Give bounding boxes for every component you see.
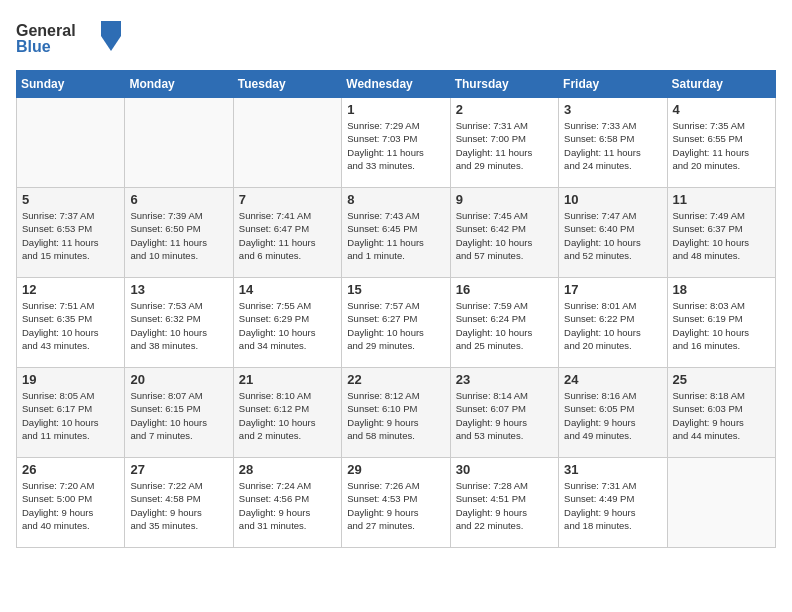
calendar-header: SundayMondayTuesdayWednesdayThursdayFrid…	[17, 71, 776, 98]
day-info: Sunrise: 7:29 AM Sunset: 7:03 PM Dayligh…	[347, 119, 444, 172]
day-number: 8	[347, 192, 444, 207]
calendar-cell: 29Sunrise: 7:26 AM Sunset: 4:53 PM Dayli…	[342, 458, 450, 548]
day-number: 20	[130, 372, 227, 387]
calendar-cell	[17, 98, 125, 188]
calendar-cell	[233, 98, 341, 188]
day-number: 24	[564, 372, 661, 387]
svg-marker-2	[101, 36, 121, 51]
day-info: Sunrise: 8:14 AM Sunset: 6:07 PM Dayligh…	[456, 389, 553, 442]
day-number: 7	[239, 192, 336, 207]
day-number: 25	[673, 372, 770, 387]
calendar-cell: 27Sunrise: 7:22 AM Sunset: 4:58 PM Dayli…	[125, 458, 233, 548]
day-info: Sunrise: 8:16 AM Sunset: 6:05 PM Dayligh…	[564, 389, 661, 442]
calendar-cell: 23Sunrise: 8:14 AM Sunset: 6:07 PM Dayli…	[450, 368, 558, 458]
day-info: Sunrise: 7:37 AM Sunset: 6:53 PM Dayligh…	[22, 209, 119, 262]
day-info: Sunrise: 7:57 AM Sunset: 6:27 PM Dayligh…	[347, 299, 444, 352]
day-info: Sunrise: 7:55 AM Sunset: 6:29 PM Dayligh…	[239, 299, 336, 352]
day-number: 11	[673, 192, 770, 207]
calendar-cell: 6Sunrise: 7:39 AM Sunset: 6:50 PM Daylig…	[125, 188, 233, 278]
day-number: 9	[456, 192, 553, 207]
day-number: 1	[347, 102, 444, 117]
day-number: 16	[456, 282, 553, 297]
day-info: Sunrise: 7:33 AM Sunset: 6:58 PM Dayligh…	[564, 119, 661, 172]
day-info: Sunrise: 7:53 AM Sunset: 6:32 PM Dayligh…	[130, 299, 227, 352]
day-number: 10	[564, 192, 661, 207]
calendar-cell: 11Sunrise: 7:49 AM Sunset: 6:37 PM Dayli…	[667, 188, 775, 278]
day-number: 22	[347, 372, 444, 387]
calendar-cell: 12Sunrise: 7:51 AM Sunset: 6:35 PM Dayli…	[17, 278, 125, 368]
day-number: 30	[456, 462, 553, 477]
calendar-cell: 20Sunrise: 8:07 AM Sunset: 6:15 PM Dayli…	[125, 368, 233, 458]
calendar-cell	[125, 98, 233, 188]
calendar-table: SundayMondayTuesdayWednesdayThursdayFrid…	[16, 70, 776, 548]
day-info: Sunrise: 7:20 AM Sunset: 5:00 PM Dayligh…	[22, 479, 119, 532]
day-info: Sunrise: 7:49 AM Sunset: 6:37 PM Dayligh…	[673, 209, 770, 262]
weekday-header: Monday	[125, 71, 233, 98]
svg-text:Blue: Blue	[16, 38, 51, 55]
day-number: 15	[347, 282, 444, 297]
day-number: 29	[347, 462, 444, 477]
day-info: Sunrise: 7:51 AM Sunset: 6:35 PM Dayligh…	[22, 299, 119, 352]
day-info: Sunrise: 8:05 AM Sunset: 6:17 PM Dayligh…	[22, 389, 119, 442]
day-info: Sunrise: 7:28 AM Sunset: 4:51 PM Dayligh…	[456, 479, 553, 532]
calendar-cell: 26Sunrise: 7:20 AM Sunset: 5:00 PM Dayli…	[17, 458, 125, 548]
svg-marker-1	[101, 21, 121, 36]
calendar-cell	[667, 458, 775, 548]
day-number: 26	[22, 462, 119, 477]
day-number: 31	[564, 462, 661, 477]
calendar-cell: 18Sunrise: 8:03 AM Sunset: 6:19 PM Dayli…	[667, 278, 775, 368]
calendar-cell: 25Sunrise: 8:18 AM Sunset: 6:03 PM Dayli…	[667, 368, 775, 458]
calendar-cell: 19Sunrise: 8:05 AM Sunset: 6:17 PM Dayli…	[17, 368, 125, 458]
day-info: Sunrise: 8:18 AM Sunset: 6:03 PM Dayligh…	[673, 389, 770, 442]
calendar-cell: 3Sunrise: 7:33 AM Sunset: 6:58 PM Daylig…	[559, 98, 667, 188]
day-number: 3	[564, 102, 661, 117]
calendar-cell: 2Sunrise: 7:31 AM Sunset: 7:00 PM Daylig…	[450, 98, 558, 188]
day-info: Sunrise: 8:01 AM Sunset: 6:22 PM Dayligh…	[564, 299, 661, 352]
day-info: Sunrise: 8:03 AM Sunset: 6:19 PM Dayligh…	[673, 299, 770, 352]
calendar-cell: 28Sunrise: 7:24 AM Sunset: 4:56 PM Dayli…	[233, 458, 341, 548]
day-number: 21	[239, 372, 336, 387]
weekday-header: Sunday	[17, 71, 125, 98]
calendar-cell: 30Sunrise: 7:28 AM Sunset: 4:51 PM Dayli…	[450, 458, 558, 548]
calendar-cell: 16Sunrise: 7:59 AM Sunset: 6:24 PM Dayli…	[450, 278, 558, 368]
day-number: 6	[130, 192, 227, 207]
day-number: 19	[22, 372, 119, 387]
page-header: General Blue	[16, 16, 776, 60]
day-info: Sunrise: 7:45 AM Sunset: 6:42 PM Dayligh…	[456, 209, 553, 262]
weekday-header: Tuesday	[233, 71, 341, 98]
calendar-cell: 14Sunrise: 7:55 AM Sunset: 6:29 PM Dayli…	[233, 278, 341, 368]
svg-text:General: General	[16, 22, 76, 39]
day-info: Sunrise: 7:22 AM Sunset: 4:58 PM Dayligh…	[130, 479, 227, 532]
day-info: Sunrise: 7:39 AM Sunset: 6:50 PM Dayligh…	[130, 209, 227, 262]
day-info: Sunrise: 8:07 AM Sunset: 6:15 PM Dayligh…	[130, 389, 227, 442]
calendar-cell: 1Sunrise: 7:29 AM Sunset: 7:03 PM Daylig…	[342, 98, 450, 188]
calendar-cell: 17Sunrise: 8:01 AM Sunset: 6:22 PM Dayli…	[559, 278, 667, 368]
calendar-cell: 13Sunrise: 7:53 AM Sunset: 6:32 PM Dayli…	[125, 278, 233, 368]
day-number: 27	[130, 462, 227, 477]
calendar-cell: 10Sunrise: 7:47 AM Sunset: 6:40 PM Dayli…	[559, 188, 667, 278]
day-number: 28	[239, 462, 336, 477]
day-number: 12	[22, 282, 119, 297]
day-info: Sunrise: 7:31 AM Sunset: 7:00 PM Dayligh…	[456, 119, 553, 172]
weekday-header: Saturday	[667, 71, 775, 98]
day-info: Sunrise: 7:31 AM Sunset: 4:49 PM Dayligh…	[564, 479, 661, 532]
calendar-cell: 22Sunrise: 8:12 AM Sunset: 6:10 PM Dayli…	[342, 368, 450, 458]
weekday-header: Wednesday	[342, 71, 450, 98]
day-number: 13	[130, 282, 227, 297]
day-info: Sunrise: 7:41 AM Sunset: 6:47 PM Dayligh…	[239, 209, 336, 262]
calendar-cell: 31Sunrise: 7:31 AM Sunset: 4:49 PM Dayli…	[559, 458, 667, 548]
day-info: Sunrise: 7:35 AM Sunset: 6:55 PM Dayligh…	[673, 119, 770, 172]
calendar-cell: 21Sunrise: 8:10 AM Sunset: 6:12 PM Dayli…	[233, 368, 341, 458]
day-info: Sunrise: 8:10 AM Sunset: 6:12 PM Dayligh…	[239, 389, 336, 442]
calendar-cell: 24Sunrise: 8:16 AM Sunset: 6:05 PM Dayli…	[559, 368, 667, 458]
calendar-cell: 4Sunrise: 7:35 AM Sunset: 6:55 PM Daylig…	[667, 98, 775, 188]
day-number: 23	[456, 372, 553, 387]
calendar-cell: 7Sunrise: 7:41 AM Sunset: 6:47 PM Daylig…	[233, 188, 341, 278]
calendar-cell: 9Sunrise: 7:45 AM Sunset: 6:42 PM Daylig…	[450, 188, 558, 278]
day-number: 5	[22, 192, 119, 207]
day-info: Sunrise: 7:47 AM Sunset: 6:40 PM Dayligh…	[564, 209, 661, 262]
day-number: 17	[564, 282, 661, 297]
weekday-header: Thursday	[450, 71, 558, 98]
day-info: Sunrise: 7:43 AM Sunset: 6:45 PM Dayligh…	[347, 209, 444, 262]
calendar-cell: 15Sunrise: 7:57 AM Sunset: 6:27 PM Dayli…	[342, 278, 450, 368]
